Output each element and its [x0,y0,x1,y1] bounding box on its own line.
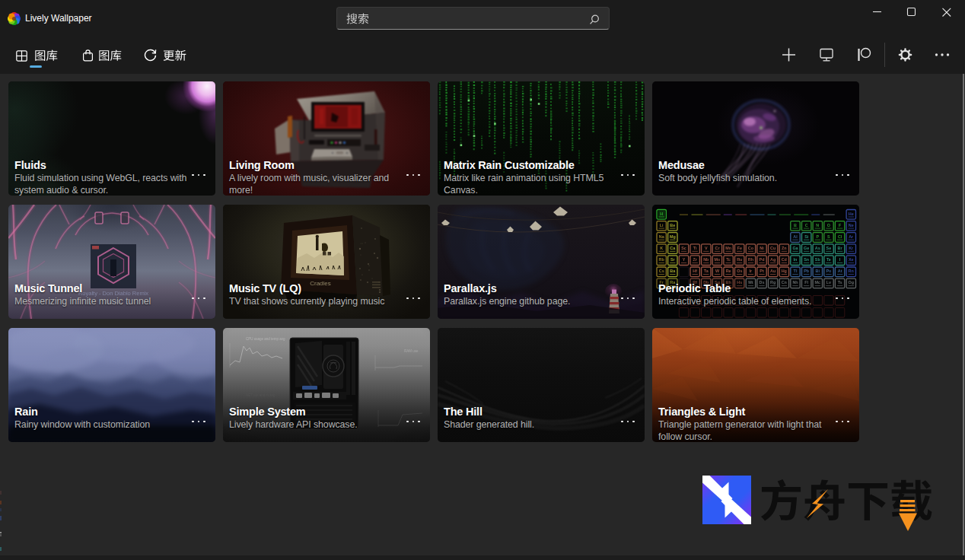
svg-text:Pt: Pt [760,269,764,273]
svg-text:Ga: Ga [792,246,798,250]
svg-text:Ni: Ni [760,246,764,250]
svg-text:Mg: Mg [670,234,676,239]
svg-text:V: V [705,246,708,250]
svg-text:P: P [816,234,819,239]
svg-text:Zn: Zn [782,246,787,250]
svg-text:Sn: Sn [804,257,809,262]
svg-text:Rg: Rg [770,280,776,285]
svg-text:Al: Al [793,234,798,239]
svg-text:Rb: Rb [659,257,665,262]
svg-text:Og: Og [848,280,854,285]
svg-text:Fl: Fl [804,280,808,285]
svg-text:Ar: Ar [849,234,854,239]
svg-text:Sr: Sr [670,257,676,262]
svg-text:Cs: Cs [659,269,664,273]
svg-text:Te: Te [826,257,831,262]
svg-text:C: C [805,223,808,228]
svg-text:Sb: Sb [815,257,821,262]
svg-text:At: At [838,269,842,273]
svg-text:Cu: Cu [770,246,776,250]
svg-text:Ne: Ne [849,223,854,228]
svg-text:Ti: Ti [693,246,697,250]
svg-text:Be: Be [670,223,675,228]
svg-text:Hf: Hf [693,269,697,273]
svg-text:Po: Po [826,269,832,273]
svg-text:I: I [839,257,841,262]
svg-text:Mo: Mo [715,257,721,262]
svg-text:Cl: Cl [838,234,842,239]
svg-text:CPU usage and temp avg: CPU usage and temp avg [246,337,285,341]
svg-text:K: K [660,246,663,250]
svg-text:Kr: Kr [849,246,854,250]
svg-text:As: As [815,246,820,250]
svg-text:Hs: Hs [737,280,742,285]
svg-text:Si: Si [804,234,809,239]
svg-text:Ag: Ag [770,257,776,262]
svg-text:Mn: Mn [725,246,731,250]
svg-text:Fe: Fe [737,246,742,250]
svg-text:Re: Re [726,269,731,273]
svg-text:Ca: Ca [670,246,676,250]
svg-text:B: B [794,223,797,228]
svg-text:H: H [660,212,663,216]
svg-text:Bi: Bi [816,269,820,273]
svg-text:Zr: Zr [693,257,697,262]
svg-text:Cradles: Cradles [310,280,331,287]
svg-text:Tc: Tc [726,257,731,262]
svg-text:Ir: Ir [750,269,753,273]
svg-text:Ta: Ta [704,269,709,273]
svg-text:Lv: Lv [826,280,831,285]
svg-text:Cd: Cd [782,257,787,262]
svg-text:Na: Na [659,234,665,239]
svg-text:Sc: Sc [681,246,686,250]
svg-text:Se: Se [826,246,832,250]
svg-text:Pb: Pb [804,269,810,273]
svg-text:Co: Co [748,246,754,250]
svg-text:N: N [816,223,819,228]
svg-text:Ds: Ds [760,280,765,285]
svg-text:NET out and in avg: NET out and in avg [246,393,275,397]
svg-text:Nb: Nb [703,257,709,262]
svg-text:W: W [715,269,720,273]
svg-text:Rn: Rn [849,269,854,273]
svg-text:Tl: Tl [794,269,798,273]
svg-text:Xe: Xe [849,257,854,262]
svg-text:RAM use: RAM use [404,349,419,353]
svg-text:S: S [827,234,830,239]
svg-text:Ts: Ts [838,280,842,285]
svg-text:Br: Br [838,246,843,250]
svg-text:He: He [849,212,854,216]
svg-text:Y: Y [683,257,686,262]
svg-text:Mt: Mt [748,280,753,285]
svg-text:Au: Au [770,269,776,273]
svg-text:Nh: Nh [792,280,798,285]
svg-text:Mc: Mc [815,280,821,285]
svg-text:Os: Os [737,269,742,273]
svg-text:Hg: Hg [782,269,787,273]
svg-text:Cn: Cn [782,280,787,285]
svg-text:In: In [794,257,798,262]
svg-text:Pd: Pd [760,257,765,262]
svg-text:Li: Li [660,223,664,228]
svg-text:Ba: Ba [670,269,676,273]
svg-text:F: F [839,223,842,228]
svg-text:Rh: Rh [748,257,753,262]
svg-text:Ru: Ru [737,257,742,262]
svg-text:Cr: Cr [715,246,721,250]
svg-text:Ge: Ge [804,246,809,250]
svg-text:O: O [827,223,830,228]
